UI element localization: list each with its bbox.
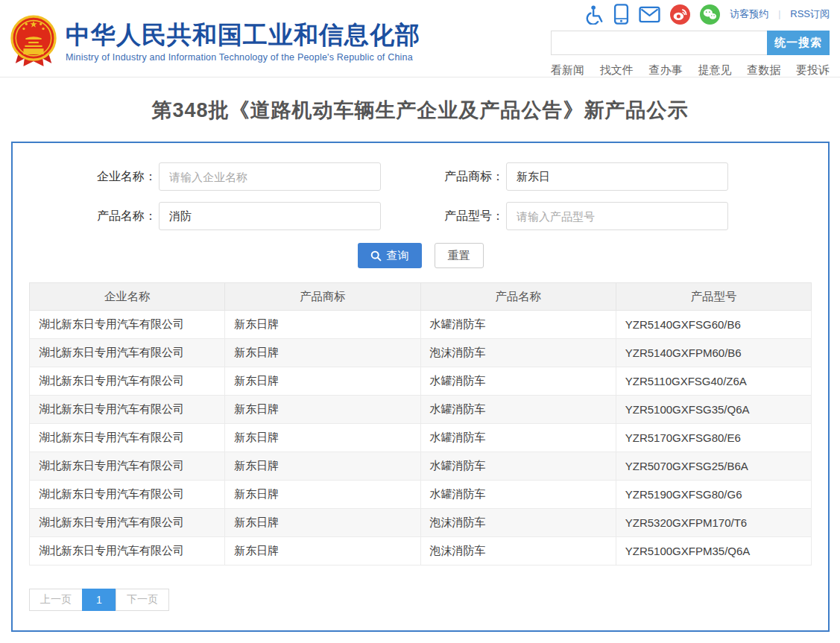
- product-trademark-input[interactable]: [506, 162, 728, 191]
- table-cell: 湖北新东日专用汽车有限公司: [30, 424, 225, 452]
- top-nav: 看新闻找文件查办事提意见查数据要投诉: [551, 63, 830, 77]
- quick-links-separator: |: [778, 9, 780, 19]
- table-cell: 新东日牌: [225, 311, 420, 339]
- rss-subscribe-link[interactable]: RSS订阅: [790, 7, 830, 21]
- table-cell: 新东日牌: [225, 396, 420, 424]
- table-cell: YZR5140GXFSG60/B6: [616, 311, 811, 339]
- column-header: 产品型号: [616, 283, 811, 311]
- table-cell: 湖北新东日专用汽车有限公司: [30, 367, 225, 396]
- table-cell: 新东日牌: [225, 537, 420, 566]
- form-buttons: 查询 重置: [13, 243, 828, 268]
- product-trademark-label: 产品商标：: [444, 169, 504, 185]
- prev-page-button[interactable]: 上一页: [29, 589, 83, 611]
- table-cell: YZR5190GXFSG80/G6: [616, 481, 811, 509]
- pagination: 上一页 1 下一页: [29, 589, 828, 611]
- table-cell: 水罐消防车: [420, 424, 616, 452]
- table-cell: 泡沫消防车: [420, 339, 616, 367]
- table-cell: 水罐消防车: [420, 452, 616, 481]
- table-cell: YZR5100GXFSG35/Q6A: [616, 396, 811, 424]
- table-header-row: 企业名称产品商标产品名称产品型号: [30, 283, 812, 311]
- results-table: 企业名称产品商标产品名称产品型号 湖北新东日专用汽车有限公司新东日牌水罐消防车Y…: [29, 282, 812, 566]
- table-cell: 水罐消防车: [420, 396, 616, 424]
- table-row: 湖北新东日专用汽车有限公司新东日牌水罐消防车YZR5190GXFSG80/G6: [30, 481, 812, 509]
- query-button[interactable]: 查询: [358, 243, 422, 268]
- table-cell: YZR5170GXFSG80/E6: [616, 424, 811, 452]
- site-subtitle: Ministry of Industry and Information Tec…: [66, 52, 420, 63]
- table-cell: 新东日牌: [225, 424, 420, 452]
- accessibility-icon[interactable]: [586, 4, 604, 25]
- site-search-input[interactable]: [551, 31, 767, 55]
- field-product-model: 产品型号：: [444, 202, 728, 230]
- table-cell: 湖北新东日专用汽车有限公司: [30, 481, 225, 509]
- header-toolbar: 访客预约 | RSS订阅: [551, 4, 830, 25]
- company-name-label: 企业名称：: [97, 169, 157, 185]
- nav-item[interactable]: 找文件: [600, 63, 634, 77]
- table-cell: 湖北新东日专用汽车有限公司: [30, 311, 225, 339]
- product-name-label: 产品名称：: [97, 209, 157, 224]
- nav-item[interactable]: 要投诉: [796, 63, 830, 77]
- table-cell: 新东日牌: [225, 481, 420, 509]
- weibo-icon[interactable]: [670, 4, 690, 25]
- table-cell: YZR5320GXFPM170/T6: [616, 509, 811, 537]
- table-row: 湖北新东日专用汽车有限公司新东日牌水罐消防车YZR5100GXFSG35/Q6A: [30, 396, 812, 424]
- form-row: 企业名称： 产品商标：: [97, 162, 828, 191]
- column-header: 产品名称: [420, 283, 616, 311]
- column-header: 产品商标: [225, 283, 420, 311]
- unified-search-button[interactable]: 统一搜索: [767, 31, 830, 55]
- nav-item[interactable]: 查数据: [747, 63, 780, 77]
- header-right: 访客预约 | RSS订阅 统一搜索 看新闻找文件查办事提意见查数据要投诉: [551, 0, 830, 77]
- wechat-icon[interactable]: [700, 4, 720, 25]
- national-emblem-logo: [10, 14, 57, 69]
- table-row: 湖北新东日专用汽车有限公司新东日牌泡沫消防车YZR5320GXFPM170/T6: [30, 509, 812, 537]
- site-search: 统一搜索: [551, 31, 830, 55]
- table-cell: 泡沫消防车: [420, 537, 616, 566]
- table-cell: 泡沫消防车: [420, 509, 616, 537]
- nav-item[interactable]: 查办事: [649, 63, 683, 77]
- table-cell: 新东日牌: [225, 452, 420, 481]
- product-model-label: 产品型号：: [444, 209, 504, 224]
- visitor-appointment-link[interactable]: 访客预约: [730, 7, 768, 21]
- table-cell: 湖北新东日专用汽车有限公司: [30, 396, 225, 424]
- table-row: 湖北新东日专用汽车有限公司新东日牌水罐消防车YZR5110GXFSG40/Z6A: [30, 367, 812, 396]
- nav-item[interactable]: 看新闻: [551, 63, 584, 77]
- table-cell: 湖北新东日专用汽车有限公司: [30, 339, 225, 367]
- table-cell: YZR5110GXFSG40/Z6A: [616, 367, 811, 396]
- table-cell: YZR5070GXFSG25/B6A: [616, 452, 811, 481]
- table-cell: 湖北新东日专用汽车有限公司: [30, 509, 225, 537]
- site-header: 中华人民共和国工业和信息化部 Ministry of Industry and …: [0, 0, 840, 77]
- table-row: 湖北新东日专用汽车有限公司新东日牌泡沫消防车YZR5100GXFPM35/Q6A: [30, 537, 812, 566]
- table-row: 湖北新东日专用汽车有限公司新东日牌水罐消防车YZR5170GXFSG80/E6: [30, 424, 812, 452]
- nav-item[interactable]: 提意见: [698, 63, 731, 77]
- table-row: 湖北新东日专用汽车有限公司新东日牌泡沫消防车YZR5140GXFPM60/B6: [30, 339, 812, 367]
- form-row: 产品名称： 产品型号：: [97, 202, 828, 230]
- site-title-block: 中华人民共和国工业和信息化部 Ministry of Industry and …: [66, 20, 420, 63]
- table-cell: 新东日牌: [225, 339, 420, 367]
- mail-icon[interactable]: [639, 6, 660, 23]
- table-cell: YZR5140GXFPM60/B6: [616, 339, 811, 367]
- current-page-button[interactable]: 1: [82, 589, 116, 611]
- field-product-trademark: 产品商标：: [444, 162, 728, 191]
- query-form: 企业名称： 产品商标： 产品名称： 产品型号：: [13, 143, 828, 268]
- page-title: 第348批《道路机动车辆生产企业及产品公告》新产品公示: [0, 97, 840, 124]
- table-cell: 新东日牌: [225, 367, 420, 396]
- table-cell: 水罐消防车: [420, 311, 616, 339]
- company-name-input[interactable]: [159, 162, 381, 191]
- query-button-label: 查询: [387, 249, 409, 263]
- search-icon: [370, 250, 382, 262]
- next-page-button[interactable]: 下一页: [116, 589, 169, 611]
- table-cell: 新东日牌: [225, 509, 420, 537]
- table-row: 湖北新东日专用汽车有限公司新东日牌水罐消防车YZR5070GXFSG25/B6A: [30, 452, 812, 481]
- announcement-panel: 企业名称： 产品商标： 产品名称： 产品型号：: [11, 142, 830, 632]
- product-model-input[interactable]: [506, 202, 728, 230]
- reset-button[interactable]: 重置: [435, 243, 484, 268]
- site-title: 中华人民共和国工业和信息化部: [66, 20, 420, 50]
- table-cell: 水罐消防车: [420, 367, 616, 396]
- table-cell: 水罐消防车: [420, 481, 616, 509]
- table-cell: 湖北新东日专用汽车有限公司: [30, 452, 225, 481]
- mobile-icon[interactable]: [613, 4, 629, 25]
- table-cell: YZR5100GXFPM35/Q6A: [616, 537, 811, 566]
- table-row: 湖北新东日专用汽车有限公司新东日牌水罐消防车YZR5140GXFSG60/B6: [30, 311, 812, 339]
- field-company-name: 企业名称：: [97, 162, 381, 191]
- table-body: 湖北新东日专用汽车有限公司新东日牌水罐消防车YZR5140GXFSG60/B6湖…: [30, 311, 812, 566]
- product-name-input[interactable]: [159, 202, 381, 230]
